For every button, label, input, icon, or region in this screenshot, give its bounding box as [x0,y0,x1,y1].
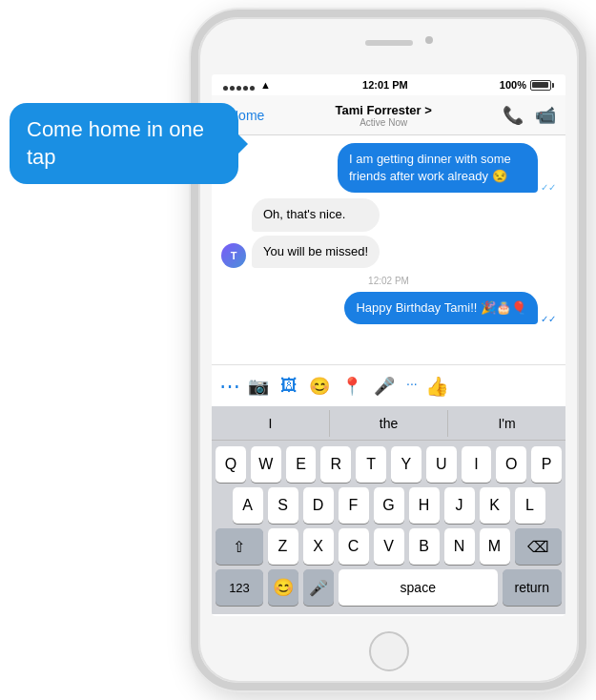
mic-key[interactable]: 🎤 [303,569,334,606]
battery-icon [530,80,554,91]
camera-icon[interactable]: 📷 [248,376,269,397]
key-v[interactable]: V [374,528,404,565]
key-c[interactable]: C [339,528,369,565]
key-p[interactable]: P [531,446,562,483]
contact-name[interactable]: Tami Forrester > [264,103,503,117]
key-x[interactable]: X [303,528,334,565]
phone-icon[interactable]: 📞 [503,105,524,126]
nav-bar: ‹ Home Tami Forrester > Active Now 📞 📹 [212,95,565,135]
key-s[interactable]: S [268,487,298,524]
key-t[interactable]: T [356,446,386,483]
status-bar: ▲ 12:01 PM 100% [212,74,565,95]
key-o[interactable]: O [496,446,526,483]
phone-frame: ▲ 12:01 PM 100% ‹ Home Tami Forrester > … [191,10,586,690]
message-bubble-sent: Happy Birthday Tami!! 🎉🎂🎈 [344,292,538,324]
autocomplete-item[interactable]: I [212,410,330,437]
keyboard-row-3: ⇧ Z X C V B N M ⌫ [216,528,562,565]
video-icon[interactable]: 📹 [535,105,556,126]
phone-screen: ▲ 12:01 PM 100% ‹ Home Tami Forrester > … [212,74,565,616]
mic-input-icon[interactable]: 🎤 [374,376,395,397]
key-r[interactable]: R [320,446,351,483]
key-i[interactable]: I [462,446,492,483]
keyboard: Q W E R T Y U I O P A S D F G H J K [212,441,565,614]
key-l[interactable]: L [515,487,545,524]
key-j[interactable]: J [444,487,475,524]
message-row: Happy Birthday Tami!! 🎉🎂🎈 ✓✓ [221,292,556,324]
key-m[interactable]: M [480,528,510,565]
message-row: I am getting dinner with some friends af… [221,143,556,193]
message-bubble-received: You will be missed! [252,236,380,268]
space-key[interactable]: space [339,569,498,606]
backspace-key[interactable]: ⌫ [515,528,563,565]
autocomplete-item[interactable]: I'm [448,410,565,437]
key-y[interactable]: Y [391,446,421,483]
key-q[interactable]: Q [216,446,246,483]
numbers-key[interactable]: 123 [216,569,263,606]
shift-key[interactable]: ⇧ [216,528,263,565]
keyboard-row-2: A S D F G H J K L [216,487,562,524]
key-w[interactable]: W [251,446,281,483]
status-time: 12:01 PM [362,79,408,91]
input-icons: ⋯ [219,374,240,399]
keyboard-autocomplete: I the I'm [212,406,565,441]
message-row: T Oh, that's nice. You will be missed! [221,198,556,267]
avatar: T [221,243,246,268]
key-b[interactable]: B [409,528,440,565]
thumb-up-icon[interactable]: 👍 [425,375,449,398]
key-d[interactable]: D [303,487,334,524]
input-bar: ⋯ 📷 🖼 😊 📍 🎤 ··· 👍 [212,364,565,406]
phone-camera [425,36,433,44]
wifi-icon: ▲ [260,79,271,91]
chat-area: I am getting dinner with some friends af… [212,135,565,364]
key-n[interactable]: N [444,528,475,565]
key-h[interactable]: H [409,487,440,524]
key-g[interactable]: G [374,487,404,524]
key-z[interactable]: Z [268,528,298,565]
key-f[interactable]: F [339,487,369,524]
message-check: ✓✓ [541,182,556,193]
key-a[interactable]: A [233,487,263,524]
emoji-icon[interactable]: 😊 [309,376,330,397]
message-timestamp: 12:02 PM [221,276,556,286]
battery-pct: 100% [500,79,526,91]
home-button[interactable] [369,631,409,671]
apps-icon[interactable]: ⋯ [219,374,240,399]
keyboard-row-1: Q W E R T Y U I O P [216,446,562,483]
message-bubble-sent: I am getting dinner with some friends af… [338,143,538,193]
contact-status: Active Now [264,117,503,128]
location-icon[interactable]: 📍 [341,376,362,397]
tooltip-bubble: Come home in one tap [10,103,238,184]
key-u[interactable]: U [426,446,457,483]
message-bubble-received: Oh, that's nice. [252,198,380,231]
keyboard-row-4: 123 😊 🎤 space return [216,569,562,606]
nav-center: Tami Forrester > Active Now [264,103,503,128]
emoji-key[interactable]: 😊 [268,569,298,606]
message-check: ✓✓ [541,314,556,324]
nav-actions: 📞 📹 [503,105,556,126]
phone-speaker [365,40,413,46]
key-e[interactable]: E [286,446,317,483]
return-key[interactable]: return [503,569,562,606]
key-k[interactable]: K [480,487,510,524]
autocomplete-item[interactable]: the [330,410,448,437]
photo-icon[interactable]: 🖼 [280,376,298,397]
more-icon[interactable]: ··· [406,376,418,397]
